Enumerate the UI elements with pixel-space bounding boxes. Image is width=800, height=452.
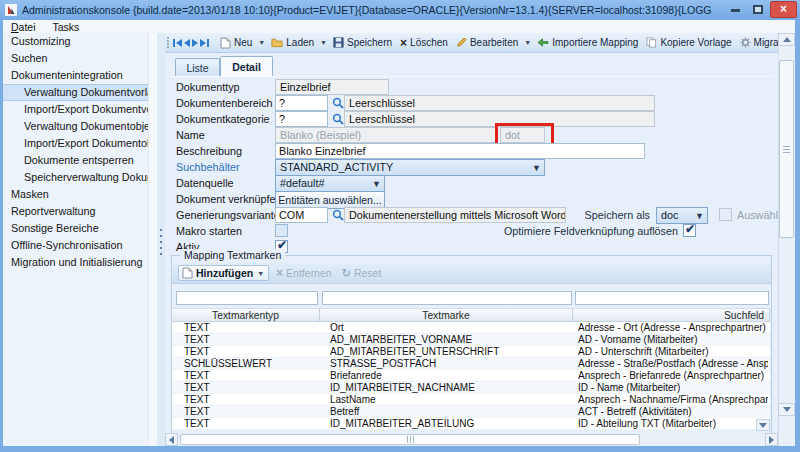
import-mapping-button[interactable]: Importiere Mapping: [534, 35, 641, 50]
scroll-right-button[interactable]: [765, 433, 778, 446]
gear-icon: [740, 37, 751, 48]
dokumentkategorie-lookup-icon[interactable]: [332, 113, 344, 125]
sidebar-item-masken[interactable]: Masken: [3, 186, 148, 203]
datenquelle-select[interactable]: #default# ▼: [275, 175, 385, 192]
beschreibung-input[interactable]: [275, 143, 645, 159]
table-scroll-down-button[interactable]: [756, 419, 770, 431]
table-row[interactable]: TEXTAD_MITARBEITER_VORNAMEAD - Vorname (…: [172, 334, 770, 346]
column-header-textmarke[interactable]: Textmarke: [320, 308, 573, 322]
save-button[interactable]: Speichern: [330, 35, 395, 50]
next-record-icon: [192, 39, 198, 47]
sidebar-item-customizing[interactable]: Customizing: [3, 33, 148, 50]
makro-starten-checkbox[interactable]: [275, 224, 288, 237]
first-record-icon: [176, 39, 182, 47]
nav-previous-button[interactable]: [184, 35, 190, 50]
close-icon[interactable]: ×: [770, 1, 797, 18]
table-row[interactable]: TEXTBriefanredeAnsprech - Briefanrede (A…: [172, 370, 770, 382]
nav-next-button[interactable]: [192, 35, 198, 50]
dokumentenbereich-lookup-icon[interactable]: [332, 97, 344, 109]
menu-datei[interactable]: Datei: [11, 21, 36, 33]
scroll-down-button[interactable]: [778, 403, 795, 416]
table-row[interactable]: TEXTBetreffACT - Betreff (Aktivitäten): [172, 406, 770, 418]
sidebar-item-import-export-dokumentobjekte[interactable]: Import/Export Dokumentobjekte: [3, 135, 148, 152]
suchbehaelter-label[interactable]: Suchbehälter: [176, 159, 274, 175]
nav-first-button[interactable]: [173, 35, 182, 50]
new-button[interactable]: Neu: [217, 35, 255, 51]
sidebar-item-migration-und-initialisierung[interactable]: Migration und Initialisierung: [3, 254, 148, 271]
sidebar-item-verwaltung-dokumentvorlagen[interactable]: Verwaltung Dokumentvorlagen: [3, 84, 148, 101]
new-button-label: Neu: [234, 37, 252, 48]
table-row[interactable]: TEXTAD_MITARBEITER_UNTERSCHRIFTAD - Unte…: [172, 346, 770, 358]
sidebar-item-verwaltung-dokumentobjekte[interactable]: Verwaltung Dokumentobjekte: [3, 118, 148, 135]
sidebar-item-sonstige-bereiche[interactable]: Sonstige Bereiche: [3, 220, 148, 237]
table-row[interactable]: TEXTLastNameAnsprech - Nachname/Firma (A…: [172, 394, 770, 406]
load-dropdown-caret-icon[interactable]: ▼: [319, 37, 328, 48]
dokumentenbereich-input[interactable]: [275, 95, 328, 111]
cell-suchfeld: ID - Name (Mitarbeiter): [578, 382, 768, 394]
cell-textmarkentyp: TEXT: [184, 382, 320, 394]
load-button[interactable]: Laden: [268, 35, 317, 50]
table-row[interactable]: SCHLÜSSELWERTSTRASSE_POSTFACHAdresse - S…: [172, 358, 770, 370]
filter-textmarkentyp-input[interactable]: [176, 291, 318, 305]
vertical-scrollbar-thumb[interactable]: [779, 60, 794, 238]
sidebar-item-reportverwaltung[interactable]: Reportverwaltung: [3, 203, 148, 220]
table-row[interactable]: TEXTID_MITARBEITER_NACHNAMEID - Name (Mi…: [172, 382, 770, 394]
sidebar-item-offline-synchronisation[interactable]: Offline-Synchronisation: [3, 237, 148, 254]
sidebar-splitter[interactable]: [157, 33, 165, 446]
tab-liste[interactable]: Liste: [175, 58, 220, 76]
maximize-icon[interactable]: [753, 5, 763, 14]
sidebar-scrollbar-track[interactable]: [148, 33, 157, 446]
migration-tools-button[interactable]: Migrationstools: [737, 35, 778, 50]
sidebar-item-speicherverwaltung-dokumente[interactable]: Speicherverwaltung Dokumente: [3, 169, 148, 186]
cell-suchfeld: Adresse - Straße/Postfach (Adresse - Ans…: [578, 358, 768, 370]
sidebar-item-dokumente-entsperren[interactable]: Dokumente entsperren: [3, 152, 148, 169]
remove-textmark-button[interactable]: × Entfernen: [273, 266, 335, 280]
filter-suchfeld-input[interactable]: [575, 291, 769, 305]
auswaehlbar-checkbox[interactable]: [719, 208, 732, 221]
add-dropdown-caret-icon[interactable]: ▼: [256, 268, 265, 279]
optimiere-feldverknuepfung-checkbox[interactable]: [683, 224, 696, 237]
sidebar-item-import-export-dokumentvorlagen[interactable]: Import/Export Dokumentvorlagen: [3, 101, 148, 118]
tab-detail[interactable]: Detail: [220, 56, 273, 76]
cell-textmarke: AD_MITARBEITER_VORNAME: [330, 334, 573, 346]
edit-dropdown-caret-icon[interactable]: ▼: [523, 37, 532, 48]
tab-content-divider: [170, 76, 773, 77]
arrow-down-icon: [783, 407, 791, 412]
nav-last-button[interactable]: [200, 35, 209, 50]
minimize-icon[interactable]: [731, 9, 740, 12]
reset-mapping-button-label: Reset: [354, 267, 381, 279]
cell-textmarke: ID_MITARBEITER_NACHNAME: [330, 382, 573, 394]
suchbehaelter-select[interactable]: STANDARD_ACTIVITY ▼: [275, 159, 545, 176]
dokumentkategorie-input[interactable]: [275, 111, 328, 127]
arrow-right-icon: [769, 436, 774, 444]
horizontal-scrollbar-thumb[interactable]: [180, 434, 640, 445]
filter-textmarke-input[interactable]: [322, 291, 572, 305]
edit-button[interactable]: Bearbeiten: [453, 35, 521, 50]
sidebar-item-suchen[interactable]: Suchen: [3, 50, 148, 67]
add-textmark-button[interactable]: Hinzufügen ▼: [178, 265, 269, 281]
window-border-right: [795, 20, 800, 452]
beschreibung-label: Beschreibung: [176, 143, 274, 159]
migration-tools-button-label: Migrationstools: [754, 37, 778, 48]
dokumenttyp-field: Einzelbrief: [275, 79, 389, 95]
reset-mapping-button[interactable]: ↻ Reset: [339, 266, 385, 280]
speichern-als-label: Speichern als: [555, 207, 650, 223]
cell-textmarke: Ort: [330, 322, 573, 334]
delete-button[interactable]: × Löschen: [397, 35, 451, 50]
table-row[interactable]: TEXTOrtAdresse - Ort (Adresse - Ansprech…: [172, 322, 770, 334]
add-page-icon: [182, 267, 193, 279]
menu-tasks[interactable]: Tasks: [53, 21, 80, 33]
generierungsvariante-input[interactable]: [275, 207, 328, 223]
generierungsvariante-lookup-icon[interactable]: [332, 209, 344, 221]
column-header-suchfeld[interactable]: Suchfeld: [573, 308, 770, 322]
scroll-left-button[interactable]: [165, 433, 178, 446]
sidebar-item-dokumentenintegration[interactable]: Dokumentenintegration: [3, 67, 148, 84]
cell-suchfeld: AD - Unterschrift (Mitarbeiter): [578, 346, 768, 358]
copy-template-button[interactable]: Kopiere Vorlage: [643, 35, 734, 50]
column-header-textmarkentyp[interactable]: Textmarkentyp: [172, 308, 320, 322]
scroll-up-button[interactable]: [778, 33, 795, 46]
delete-x-icon: ×: [400, 38, 407, 48]
speichern-als-select[interactable]: doc ▼: [656, 207, 708, 224]
new-dropdown-caret-icon[interactable]: ▼: [257, 37, 266, 48]
table-row[interactable]: TEXTID_MITARBEITER_ABTEILUNGID - Abteilu…: [172, 418, 770, 430]
